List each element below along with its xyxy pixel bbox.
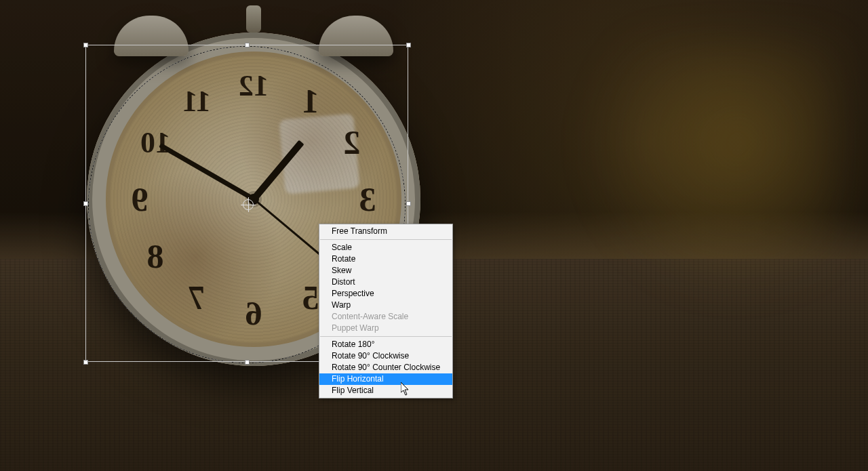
menu-item-rotate[interactable]: Rotate xyxy=(319,253,452,265)
menu-item-flipv[interactable]: Flip Vertical xyxy=(319,385,452,396)
transform-context-menu[interactable]: Free TransformScaleRotateSkewDistortPers… xyxy=(319,224,453,398)
menu-separator xyxy=(320,239,452,240)
transform-center-marker[interactable] xyxy=(243,199,254,210)
transform-handle-w[interactable] xyxy=(83,201,88,206)
menu-item-cas: Content-Aware Scale xyxy=(319,311,452,323)
transform-handle-n[interactable] xyxy=(245,43,250,47)
menu-item-rot90cc[interactable]: Rotate 90° Counter Clockwise xyxy=(319,362,452,373)
transform-handle-s[interactable] xyxy=(245,360,250,365)
clock-stem xyxy=(246,5,261,33)
transform-handle-e[interactable] xyxy=(406,201,411,206)
menu-item-fliph[interactable]: Flip Horizontal xyxy=(319,373,452,385)
canvas-area[interactable]: 121234567891011 Free TransformScaleRotat… xyxy=(0,0,868,471)
menu-item-puppet: Puppet Warp xyxy=(319,323,452,334)
menu-item-perspective[interactable]: Perspective xyxy=(319,288,452,300)
menu-item-distort[interactable]: Distort xyxy=(319,277,452,288)
transform-handle-ne[interactable] xyxy=(406,43,411,47)
transform-handle-sw[interactable] xyxy=(83,360,88,365)
menu-separator xyxy=(320,336,452,337)
transform-handle-nw[interactable] xyxy=(83,43,88,47)
menu-item-warp[interactable]: Warp xyxy=(319,300,452,311)
menu-item-skew[interactable]: Skew xyxy=(319,265,452,277)
menu-item-scale[interactable]: Scale xyxy=(319,242,452,253)
menu-item-rot90cw[interactable]: Rotate 90° Clockwise xyxy=(319,350,452,362)
menu-item-rot180[interactable]: Rotate 180° xyxy=(319,339,452,350)
background-bokeh xyxy=(583,41,841,298)
menu-item-free_transform[interactable]: Free Transform xyxy=(319,226,452,237)
